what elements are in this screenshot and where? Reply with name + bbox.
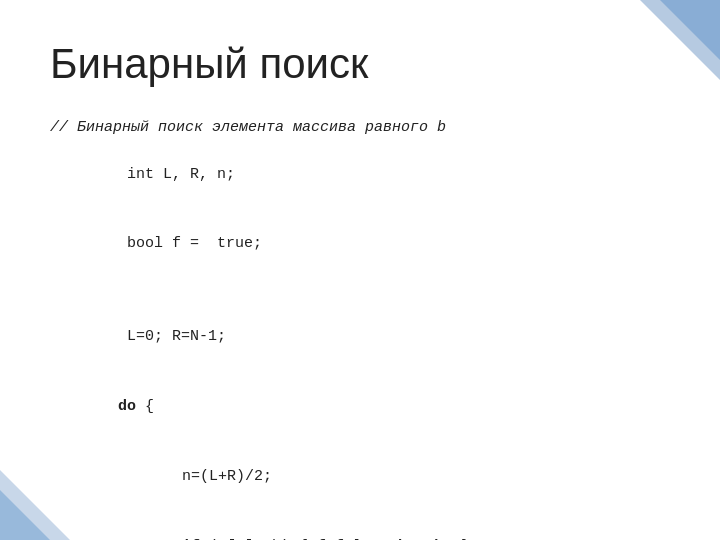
- code-text: n=(L+R)/2;: [146, 468, 272, 485]
- code-text: {: [136, 398, 154, 415]
- code-line-5: do {: [50, 372, 670, 442]
- code-text: L=0; R=N-1;: [118, 328, 226, 345]
- code-line-6: n=(L+R)/2;: [50, 442, 670, 512]
- code-line-1: int L, R, n;: [50, 139, 670, 209]
- code-line-4: L=0; R=N-1;: [50, 302, 670, 372]
- slide-content: Бинарный поиск // Бинарный поиск элемент…: [0, 0, 720, 540]
- code-line-2: bool f = true;: [50, 209, 670, 279]
- slide-title: Бинарный поиск: [50, 40, 670, 88]
- code-block: // Бинарный поиск элемента массива равно…: [50, 116, 670, 540]
- code-line-7: if (a[n]==b) { f=false; break; }: [50, 511, 670, 540]
- code-text: int L, R, n;: [118, 166, 235, 183]
- keyword-do: do: [118, 398, 136, 415]
- code-comment-line: // Бинарный поиск элемента массива равно…: [50, 116, 670, 139]
- code-line-blank: [50, 279, 670, 302]
- code-text: bool f = true;: [118, 235, 262, 252]
